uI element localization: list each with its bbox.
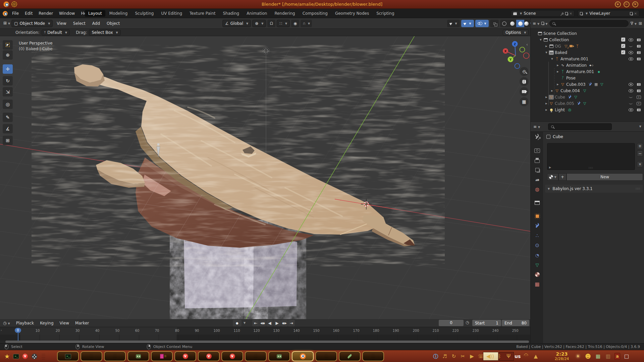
outliner-filter-icon[interactable]: ∇▼ xyxy=(631,21,637,26)
camorange-icon[interactable] xyxy=(569,44,574,49)
row-type-icon[interactable] xyxy=(560,63,565,68)
tri-green-icon[interactable] xyxy=(582,101,587,106)
orientation-selector[interactable]: ∠Global▼ xyxy=(222,20,251,27)
wrench-icon[interactable] xyxy=(588,82,593,87)
outliner-row-light[interactable]: Light xyxy=(531,107,644,113)
unlink-scene-icon[interactable]: ✕ xyxy=(570,12,572,15)
workspace-tab-layout[interactable]: Layout xyxy=(85,10,105,17)
disclosure-arrow-icon[interactable] xyxy=(544,51,549,54)
properties-tab-modifier[interactable] xyxy=(533,222,542,230)
pan-hand-button[interactable] xyxy=(520,77,529,86)
tray-phone[interactable]: ☏ xyxy=(477,352,485,361)
shading-material-icon[interactable] xyxy=(516,20,524,27)
blender-menu-icon[interactable] xyxy=(3,11,8,16)
properties-editor-icon[interactable]: ≡▼ xyxy=(533,124,540,129)
mod-icon[interactable] xyxy=(594,82,599,87)
current-frame-indicator[interactable]: 0 xyxy=(15,328,21,333)
show-gizmo-toggle[interactable]: ▼ xyxy=(461,20,474,27)
row-label[interactable]: Animation xyxy=(566,63,587,68)
auto-key-button[interactable]: ● xyxy=(233,320,241,326)
proportional-edit-toggle[interactable]: ◉ xyxy=(291,20,299,27)
jump-to-start-button[interactable]: ⇤ xyxy=(252,320,259,326)
row-type-icon[interactable] xyxy=(560,69,565,74)
add-slot-button[interactable]: + xyxy=(637,143,643,149)
row-label[interactable]: Light xyxy=(555,108,565,112)
disclosure-arrow-icon[interactable] xyxy=(555,64,560,67)
properties-tab-constraint[interactable] xyxy=(533,251,542,259)
viewport-canvas[interactable]: Z X Y xyxy=(0,36,530,319)
row-label[interactable]: Armature.001 xyxy=(566,69,594,74)
disclosure-arrow-icon[interactable] xyxy=(544,96,549,99)
tool-annotate[interactable]: ✎ xyxy=(3,113,13,122)
jump-to-end-button[interactable]: ⇥ xyxy=(288,320,295,326)
shading-wireframe-icon[interactable] xyxy=(500,20,508,27)
properties-tab-object[interactable] xyxy=(533,212,542,221)
prev-keyframe-button[interactable]: ◀◆ xyxy=(259,320,266,326)
tray-info[interactable]: ⓘ xyxy=(432,352,439,361)
tray-scissors[interactable]: ✂ xyxy=(459,352,467,361)
row-label[interactable]: Cube.004 xyxy=(560,88,580,93)
camx-icon[interactable] xyxy=(636,95,641,100)
outliner-row-og[interactable]: OG xyxy=(531,43,644,49)
browse-material-dropdown[interactable]: ▼ xyxy=(547,173,558,181)
tray-play[interactable]: ▶ xyxy=(468,352,476,361)
tray-books[interactable]: ▥ xyxy=(604,352,612,361)
outliner-row-cube-005[interactable]: Cube.005 xyxy=(531,100,644,107)
snap-magnet-toggle[interactable]: Ω xyxy=(267,20,275,27)
workspace-tab-shading[interactable]: Shading xyxy=(219,10,243,17)
tool-rotate[interactable]: ↻ xyxy=(3,76,13,85)
workspace-tab-animation[interactable]: Animation xyxy=(243,10,270,17)
properties-tab-particles[interactable] xyxy=(533,231,542,240)
bone-icon[interactable] xyxy=(596,69,601,74)
properties-tab-texture[interactable] xyxy=(533,280,542,289)
disclosure-arrow-icon[interactable] xyxy=(555,83,560,86)
row-label[interactable]: Pose xyxy=(566,76,576,80)
timeline-menu-marker[interactable]: Marker xyxy=(72,321,92,325)
snap-mode-selector[interactable]: ∷▼ xyxy=(277,20,290,27)
model-bellows[interactable] xyxy=(0,36,530,319)
scene-selector[interactable]: ▼ Scene ✕ xyxy=(511,10,575,17)
eye-icon[interactable] xyxy=(628,88,633,93)
orientation-dropdown[interactable]: ⤒Default▼ xyxy=(42,29,70,36)
workspace-tab-geometry-nodes[interactable]: Geometry Nodes xyxy=(332,10,372,17)
cam-icon[interactable] xyxy=(636,50,641,55)
row-type-icon[interactable] xyxy=(537,31,542,36)
outliner-row-animation[interactable]: Animation xyxy=(531,62,644,68)
panel-grip-icon[interactable]: ∷∷ xyxy=(636,187,640,190)
tri-green-icon[interactable] xyxy=(573,95,578,100)
tray-wifi[interactable] xyxy=(523,352,530,361)
task-button-cabinet[interactable] xyxy=(362,351,384,361)
slot-grip-icon[interactable]: ∷∷ xyxy=(589,166,593,170)
outliner-row-scene-collection[interactable]: Scene Collection xyxy=(531,30,644,37)
falloff-selector[interactable]: ∩▼ xyxy=(301,20,312,27)
next-keyframe-button[interactable]: ◆▶ xyxy=(281,320,288,326)
new-viewlayer-icon[interactable] xyxy=(630,12,633,15)
task-button-feather[interactable] xyxy=(339,351,361,361)
pin-icon[interactable] xyxy=(561,12,564,14)
start-frame-field[interactable]: Start1 xyxy=(472,320,501,326)
row-label[interactable]: Cube xyxy=(555,95,565,100)
properties-tab-render[interactable] xyxy=(533,146,542,155)
row-type-icon[interactable] xyxy=(549,44,554,49)
tool-move[interactable]: ✛ xyxy=(3,64,13,74)
row-label[interactable]: Cube.005 xyxy=(555,101,574,106)
tray-calculator[interactable]: ▦ xyxy=(594,352,602,361)
row-label[interactable]: Cube.003 xyxy=(566,82,586,87)
slot-expand-icon[interactable]: ▶ xyxy=(549,166,551,169)
properties-options-icon[interactable]: ▼ xyxy=(639,125,641,128)
tool-scale[interactable]: ⇲ xyxy=(3,87,13,97)
cam-icon[interactable] xyxy=(636,38,641,42)
disclosure-arrow-icon[interactable] xyxy=(538,39,543,41)
tray-smiley[interactable]: ☻ xyxy=(584,352,592,361)
properties-tab-world[interactable] xyxy=(533,185,542,194)
outliner-row-pose[interactable]: Pose xyxy=(531,75,644,81)
light-gizmo-icon[interactable] xyxy=(263,48,269,54)
tool-cursor[interactable]: ⊕ xyxy=(3,50,13,60)
task-button-vivaldi[interactable]: V xyxy=(174,351,196,361)
disclosure-arrow-icon[interactable] xyxy=(550,89,554,92)
timeline-menu-keying[interactable]: Keying xyxy=(37,321,56,325)
outliner-row-collection[interactable]: Collection xyxy=(531,37,644,43)
new-scene-icon[interactable] xyxy=(565,12,568,15)
topbar-menu-window[interactable]: Window xyxy=(56,9,78,18)
workspace-tab-scripting[interactable]: Scripting xyxy=(373,10,397,17)
